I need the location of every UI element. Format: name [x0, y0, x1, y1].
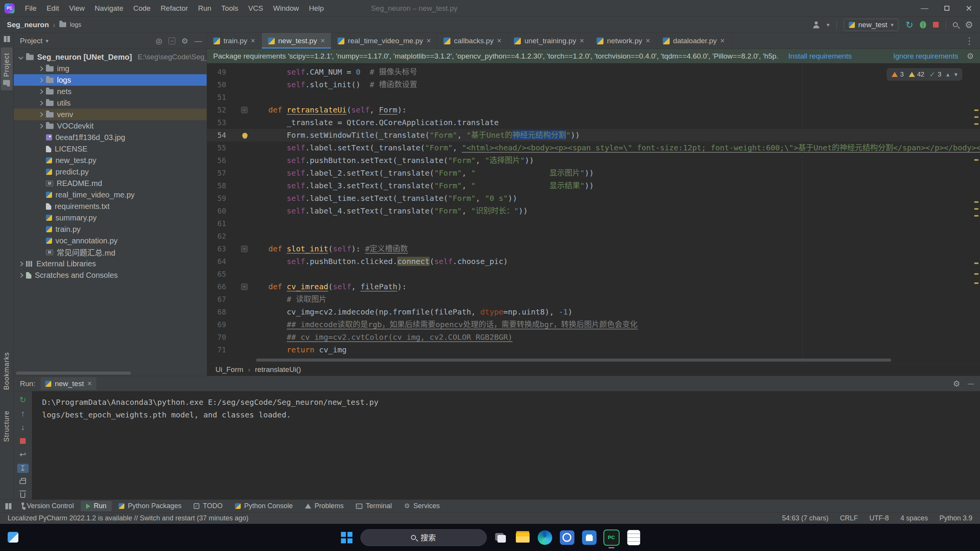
- warning-stripe-mark[interactable]: [974, 215, 978, 217]
- microsoft-store-icon[interactable]: [581, 529, 598, 546]
- stripe-tab-bookmarks[interactable]: Bookmarks: [1, 347, 13, 395]
- editor-tab-train-py[interactable]: train.py×: [207, 33, 262, 49]
- notepad-icon[interactable]: [625, 529, 642, 546]
- warning-stripe-mark[interactable]: [974, 262, 978, 264]
- breadcrumb-method[interactable]: retranslateUi(): [255, 365, 301, 374]
- tree-item-seg-neuron-unet-demo[interactable]: Seg_neuron [UNet_Demo]E:\seg\segCode\Seg…: [14, 51, 207, 63]
- arrow-up-icon[interactable]: ↑: [17, 409, 29, 418]
- tree-collapsed-arrow-icon[interactable]: [38, 124, 43, 129]
- warning-stripe-mark[interactable]: [974, 159, 978, 161]
- tree-collapsed-arrow-icon[interactable]: [38, 66, 43, 71]
- warning-stripe-mark[interactable]: [974, 109, 978, 111]
- chevron-down-icon[interactable]: ▾: [954, 71, 957, 78]
- fold-icon[interactable]: −: [241, 107, 248, 113]
- editor-tab-dataloader-py[interactable]: dataloader.py×: [657, 33, 731, 49]
- arrow-down-icon[interactable]: ↓: [17, 423, 29, 432]
- inspection-error[interactable]: 3: [892, 71, 903, 78]
- tree-item-vocdevkit[interactable]: VOCdevkit: [14, 120, 207, 132]
- hide-panel-icon[interactable]: —: [968, 380, 974, 387]
- menu-tools[interactable]: Tools: [216, 0, 243, 16]
- indent-style-widget[interactable]: 4 spaces: [900, 514, 928, 522]
- menu-refactor[interactable]: Refactor: [156, 0, 193, 16]
- editor-tab-callbacks-py[interactable]: callbacks.py×: [437, 33, 508, 49]
- encoding-widget[interactable]: UTF-8: [869, 514, 889, 522]
- warning-stripe-mark[interactable]: [974, 273, 978, 275]
- menu-edit[interactable]: Edit: [42, 0, 64, 16]
- run-tab[interactable]: new_test ×: [41, 377, 96, 390]
- tree-collapsed-arrow-icon[interactable]: [38, 101, 43, 106]
- scroll-to-end-icon[interactable]: ↧: [17, 464, 29, 473]
- intention-bulb-icon[interactable]: [242, 133, 248, 138]
- rerun-icon[interactable]: ↻: [905, 20, 913, 29]
- warning-stripe-mark[interactable]: [974, 116, 978, 118]
- breadcrumb-class[interactable]: Ui_Form: [215, 365, 243, 374]
- code-with-me-icon[interactable]: [813, 21, 820, 28]
- close-icon[interactable]: ×: [497, 36, 502, 45]
- caret-position-widget[interactable]: 54:63 (7 chars): [782, 514, 828, 522]
- maximize-icon[interactable]: [936, 0, 958, 16]
- stop-icon[interactable]: [933, 22, 939, 28]
- gear-icon[interactable]: ⚙: [953, 379, 960, 388]
- close-icon[interactable]: ×: [320, 36, 325, 45]
- stop-icon[interactable]: [17, 437, 29, 445]
- start-button-icon[interactable]: [338, 529, 355, 546]
- tree-collapsed-arrow-icon[interactable]: [18, 273, 23, 278]
- tool-tab-terminal[interactable]: ›_Terminal: [351, 501, 397, 511]
- breadcrumb-folder[interactable]: logs: [70, 21, 81, 28]
- close-icon[interactable]: ×: [251, 36, 255, 45]
- pycharm-taskbar-icon[interactable]: [603, 529, 620, 546]
- python-interpreter-widget[interactable]: Python 3.9: [939, 514, 972, 522]
- status-message[interactable]: Localized PyCharm 2022.1.2 is available …: [8, 514, 248, 522]
- horizontal-scrollbar[interactable]: [256, 359, 891, 362]
- chevron-up-icon[interactable]: ▴: [946, 71, 949, 78]
- gear-icon[interactable]: ⚙: [967, 52, 974, 61]
- soft-wrap-icon[interactable]: ↩: [17, 450, 29, 459]
- tool-tab-python-packages[interactable]: Python Packages: [113, 501, 187, 511]
- tree-item-summary-py[interactable]: summary.py: [14, 212, 207, 223]
- run-console-output[interactable]: D:\ProgramData\Anaconda3\python.exe E:/s…: [32, 391, 980, 499]
- tree-collapsed-arrow-icon[interactable]: [18, 261, 23, 266]
- print-icon[interactable]: [17, 478, 29, 486]
- menu-help[interactable]: Help: [304, 0, 329, 16]
- menu-vcs[interactable]: VCS: [243, 0, 268, 16]
- editor-tab-network-py[interactable]: network.py×: [590, 33, 657, 49]
- collapse-all-icon[interactable]: −: [168, 37, 175, 44]
- close-icon[interactable]: ×: [87, 379, 92, 388]
- editor-tab-new-test-py[interactable]: new_test.py×: [262, 33, 331, 49]
- fold-icon[interactable]: −: [241, 284, 248, 290]
- install-requirements-link[interactable]: Install requirements: [788, 52, 852, 60]
- hide-panel-icon[interactable]: —: [194, 37, 202, 45]
- breadcrumb-project[interactable]: Seg_neuron: [7, 21, 49, 29]
- close-icon[interactable]: ×: [958, 0, 980, 16]
- tree-item-voc-annotation-py[interactable]: voc_annotation.py: [14, 235, 207, 246]
- locate-file-icon[interactable]: ◎: [156, 37, 162, 45]
- menu-window[interactable]: Window: [268, 0, 304, 16]
- stripe-tab-project[interactable]: Project: [1, 47, 13, 90]
- tree-item-nets[interactable]: nets: [14, 86, 207, 97]
- editor-tab-unet-training-py[interactable]: unet_training.py×: [508, 33, 590, 49]
- run-configuration-dropdown[interactable]: new_test ▾: [844, 19, 899, 31]
- warning-stripe-mark[interactable]: [974, 208, 978, 210]
- tree-item-0eeaf1ff136d-03-jpg[interactable]: 0eeaf1ff136d_03.jpg: [14, 132, 207, 143]
- menu-view[interactable]: View: [64, 0, 90, 16]
- tool-tab-problems[interactable]: Problems: [300, 501, 349, 511]
- tree-collapsed-arrow-icon[interactable]: [38, 89, 43, 94]
- line-separator-widget[interactable]: CRLF: [840, 514, 858, 522]
- settings-gear-icon[interactable]: ⚙: [965, 20, 973, 29]
- clear-all-icon[interactable]: [17, 491, 29, 499]
- ignore-requirements-link[interactable]: Ignore requirements: [893, 52, 958, 60]
- menu-code[interactable]: Code: [128, 0, 155, 16]
- tree-item-utils[interactable]: utils: [14, 97, 207, 109]
- tree-item-常见问题汇总-md[interactable]: 常见问题汇总.md: [14, 246, 207, 258]
- tree-item-img[interactable]: img: [14, 63, 207, 74]
- warning-stripe-mark[interactable]: [974, 123, 978, 125]
- task-view-icon[interactable]: [492, 529, 509, 546]
- inspection-ok[interactable]: ✓3: [929, 70, 941, 79]
- tool-tab-todo[interactable]: ✓TODO: [188, 501, 228, 511]
- tree-item-license[interactable]: LICENSE: [14, 143, 207, 155]
- warning-stripe-mark[interactable]: [974, 282, 978, 284]
- fold-icon[interactable]: −: [241, 246, 248, 252]
- close-icon[interactable]: ×: [646, 36, 650, 45]
- tree-item-external-libraries[interactable]: External Libraries: [14, 258, 207, 269]
- project-panel-title[interactable]: Project: [20, 37, 42, 45]
